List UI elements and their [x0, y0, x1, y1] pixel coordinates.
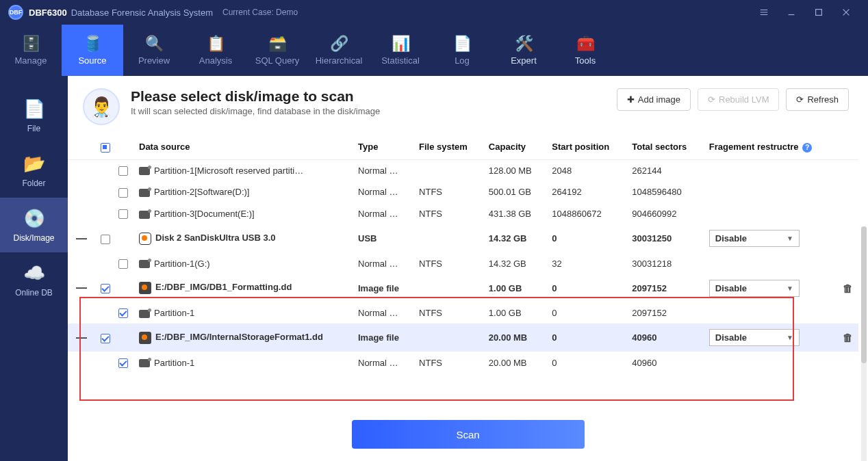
chevron-down-icon: ▼ [787, 334, 793, 341]
col-capacity: Capacity [483, 135, 546, 159]
delete-icon[interactable]: 🗑 [843, 282, 853, 294]
vertical-scrollbar[interactable] [861, 226, 867, 461]
collapse-toggle[interactable]: — [76, 282, 87, 293]
sidebar-online-db[interactable]: ☁️Online DB [0, 252, 68, 307]
fragment-dropdown[interactable]: Disable▼ [709, 329, 800, 346]
row-checkbox[interactable] [118, 188, 128, 198]
app-logo-icon: DBF [8, 5, 23, 20]
add-image-button[interactable]: ✚Add image [617, 88, 691, 111]
panel-header: 👨‍⚕️ Please select disk/image to scan It… [68, 76, 868, 135]
cell-start: 32 [546, 252, 626, 274]
ribbon-statistical[interactable]: 📊Statistical [370, 25, 431, 76]
title-bar: DBF DBF6300 Database Forensic Analysis S… [0, 0, 868, 25]
manage-icon: 🗄️ [22, 35, 40, 53]
info-icon[interactable]: ? [802, 143, 812, 153]
row-checkbox[interactable] [118, 308, 128, 318]
cell-cap: 431.38 GB [483, 203, 546, 225]
row-name: Partition-1(G:) [154, 259, 210, 269]
col-fragment-restructure: Fragement restructre ? [704, 135, 837, 159]
table-row-partition[interactable]: Partition-1(G:)Normal …NTFS14.32 GB32300… [68, 252, 858, 274]
cell-fs: NTFS [413, 181, 483, 203]
cell-sec: 2097152 [626, 302, 704, 324]
app-name: DBF6300 [29, 8, 67, 18]
chevron-down-icon: ▼ [787, 235, 793, 242]
scan-button[interactable]: Scan [352, 420, 585, 449]
select-all-checkbox[interactable] [101, 143, 110, 153]
hierarchical-icon: 🔗 [330, 35, 348, 53]
cell-fs: NTFS [413, 252, 483, 274]
table-row-partition[interactable]: Partition-1Normal …NTFS1.00 GB02097152 [68, 302, 858, 324]
image-file-icon [139, 332, 151, 344]
panel-subtitle: It will scan selected disk/image, find d… [131, 106, 380, 116]
sql-icon: 🗃️ [268, 35, 287, 53]
sidebar-disk-image[interactable]: 💿Disk/Image [0, 198, 68, 252]
refresh-button[interactable]: ⟳Refresh [786, 88, 849, 111]
row-checkbox[interactable] [101, 284, 110, 293]
cell-start: 0 [546, 224, 626, 252]
cell-type: Normal … [353, 159, 413, 181]
cell-fs: NTFS [413, 203, 483, 225]
ribbon-sqlquery[interactable]: 🗃️SQL Query [246, 25, 308, 76]
cell-cap: 14.32 GB [483, 252, 546, 274]
cell-fs: NTFS [413, 302, 483, 324]
cell-type: Image file [353, 274, 413, 302]
log-icon: 📄 [453, 35, 472, 53]
row-checkbox[interactable] [118, 209, 128, 219]
cell-cap: 20.00 MB [483, 324, 546, 352]
ribbon-tools[interactable]: 🧰Tools [554, 25, 616, 76]
row-checkbox[interactable] [118, 259, 128, 269]
main-panel: 👨‍⚕️ Please select disk/image to scan It… [68, 76, 868, 461]
table-row-parent[interactable]: —E:/DBF_IMG/DB1_Formatting.ddImage file1… [68, 274, 858, 302]
ribbon-source[interactable]: 🛢️Source [62, 25, 123, 76]
cell-fs [413, 159, 483, 181]
expert-icon: 🛠️ [515, 35, 533, 53]
disk-drive-icon [139, 233, 151, 245]
sidebar-folder[interactable]: 📂Folder [0, 143, 68, 198]
row-name: Partition-2[Software(D:)] [154, 187, 249, 197]
delete-icon[interactable]: 🗑 [843, 332, 853, 343]
cell-cap: 20.00 MB [483, 352, 546, 373]
table-row-partition[interactable]: Partition-1[Microsoft reserved partiti…N… [68, 159, 858, 181]
col-start-position: Start position [546, 135, 626, 159]
cell-cap: 1.00 GB [483, 274, 546, 302]
cloud-db-icon: ☁️ [23, 263, 45, 284]
sidebar-file[interactable]: 📄File [0, 88, 68, 143]
fragment-dropdown[interactable]: Disable▼ [709, 230, 800, 247]
ribbon-expert[interactable]: 🛠️Expert [493, 25, 554, 76]
ribbon-manage[interactable]: 🗄️Manage [0, 25, 62, 76]
cell-cap: 1.00 GB [483, 302, 546, 324]
ribbon-analysis[interactable]: 📋Analysis [185, 25, 246, 76]
row-name: E:/DBF_IMG/InternalStorageFormat1.dd [155, 332, 323, 342]
collapse-toggle[interactable]: — [76, 233, 87, 244]
table-row-parent[interactable]: —Disk 2 SanDiskUltra USB 3.0USB14.32 GB0… [68, 224, 858, 252]
chevron-down-icon: ▼ [787, 285, 793, 292]
table-row-parent[interactable]: —E:/DBF_IMG/InternalStorageFormat1.ddIma… [68, 324, 858, 352]
cell-sec: 40960 [626, 352, 704, 373]
table-row-partition[interactable]: Partition-2[Software(D:)]Normal …NTFS500… [68, 181, 858, 203]
minimize-icon[interactable] [778, 0, 805, 25]
collapse-toggle[interactable]: — [76, 332, 87, 343]
maximize-icon[interactable] [805, 0, 832, 25]
cell-sec: 1048596480 [626, 181, 704, 203]
rebuild-lvm-button: ⟳Rebuild LVM [698, 88, 779, 111]
ribbon-preview[interactable]: 🔍Preview [123, 25, 185, 76]
close-icon[interactable] [832, 0, 860, 25]
fragment-dropdown[interactable]: Disable▼ [709, 280, 800, 297]
cell-start: 264192 [546, 181, 626, 203]
menu-icon[interactable] [750, 0, 778, 25]
row-name: Partition-1[Microsoft reserved partiti… [154, 166, 303, 176]
row-checkbox[interactable] [101, 334, 110, 343]
row-checkbox[interactable] [101, 235, 110, 244]
table-row-partition[interactable]: Partition-3[Document(E:)]Normal …NTFS431… [68, 203, 858, 225]
cell-type: Normal … [353, 181, 413, 203]
app-subtitle: Database Forensic Analysis System [71, 8, 213, 18]
row-checkbox[interactable] [118, 358, 128, 368]
cell-cap: 500.01 GB [483, 181, 546, 203]
svg-rect-0 [816, 10, 822, 16]
row-checkbox[interactable] [118, 166, 128, 176]
cell-start: 0 [546, 324, 626, 352]
table-row-partition[interactable]: Partition-1Normal …NTFS20.00 MB040960 [68, 352, 858, 373]
cell-fs [413, 324, 483, 352]
ribbon-log[interactable]: 📄Log [431, 25, 493, 76]
ribbon-hierarchical[interactable]: 🔗Hierarchical [308, 25, 370, 76]
